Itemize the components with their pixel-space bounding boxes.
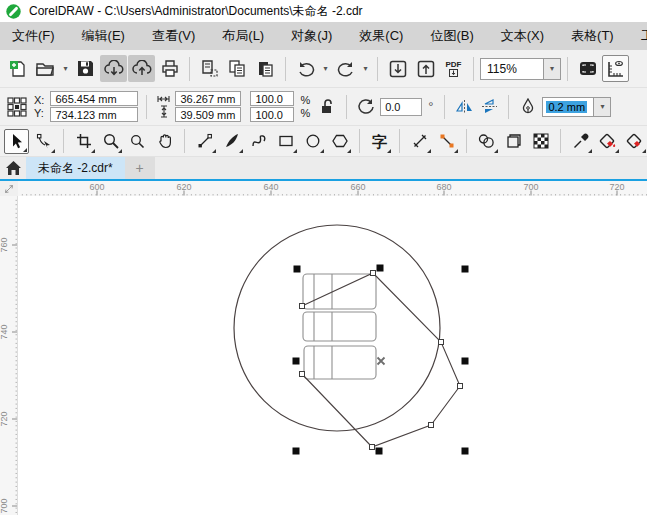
export-icon [417, 60, 435, 78]
export-button[interactable] [412, 55, 439, 82]
lock-ratio-button[interactable] [316, 96, 338, 118]
undo-dropdown-arrow[interactable]: ▾ [320, 55, 331, 82]
interactive-fill-tool[interactable] [595, 129, 620, 154]
hand-icon [157, 133, 173, 149]
redo-icon [337, 61, 355, 77]
document-tab-active[interactable]: 未命名 -2.cdr* [26, 157, 125, 179]
shape-tool[interactable] [31, 129, 56, 154]
cloud-download-icon [104, 60, 124, 77]
scale-x-field[interactable]: 100.0 [250, 91, 294, 106]
open-from-cloud-button[interactable] [100, 55, 127, 82]
menu-item-2[interactable]: 编辑(E) [82, 27, 125, 45]
zoom-tool[interactable] [98, 129, 123, 154]
undo-button[interactable] [292, 55, 319, 82]
copy-icon [229, 60, 246, 77]
color-eyedropper-tool[interactable] [568, 129, 593, 154]
home-icon [6, 161, 21, 175]
rotation-angle-field[interactable]: 0.0 [380, 98, 422, 116]
scale-x-percent-label: % [300, 94, 310, 106]
svg-text:740: 740 [0, 324, 9, 339]
mirror-vertical-icon [481, 99, 498, 114]
outline-width-dropdown-arrow[interactable]: ▾ [594, 97, 611, 117]
toolbox-separator [63, 129, 64, 153]
redo-button[interactable] [332, 55, 359, 82]
new-document-icon [9, 60, 27, 78]
menu-item-4[interactable]: 布局(L) [222, 27, 264, 45]
shape-node-icon [36, 133, 52, 149]
menu-item-10[interactable]: 工具(O) [641, 27, 647, 45]
contour-tool[interactable] [501, 129, 526, 154]
horizontal-ruler[interactable]: 600620640660680700720 [18, 181, 647, 196]
menu-item-5[interactable]: 对象(J) [291, 27, 332, 45]
dimension-tool[interactable] [407, 129, 432, 154]
zoom-out-tool[interactable] [125, 129, 150, 154]
connector-tool[interactable] [434, 129, 459, 154]
outline-width-pen-icon-wrap [517, 96, 539, 118]
transparency-tool[interactable] [528, 129, 553, 154]
object-width-icon [157, 95, 170, 103]
smart-fill-tool[interactable] [622, 129, 647, 154]
drop-shadow-tool[interactable] [474, 129, 499, 154]
save-button[interactable] [72, 55, 99, 82]
home-button[interactable] [0, 157, 26, 179]
publish-pdf-button[interactable]: PDF [440, 55, 467, 82]
save-to-cloud-button[interactable] [128, 55, 155, 82]
pick-tool[interactable] [4, 129, 29, 154]
redo-dropdown-arrow[interactable]: ▾ [360, 55, 371, 82]
paste-icon [257, 60, 274, 77]
svg-text:700: 700 [0, 498, 9, 513]
full-screen-preview-button[interactable] [574, 55, 601, 82]
cut-button[interactable] [196, 55, 223, 82]
zoom-level-value[interactable]: 115% [480, 58, 544, 80]
open-button[interactable] [32, 55, 59, 82]
drawing-canvas[interactable] [18, 196, 647, 515]
ellipse-tool[interactable] [300, 129, 325, 154]
new-document-button[interactable] [4, 55, 31, 82]
print-icon [161, 60, 179, 77]
scale-y-percent-label: % [300, 107, 310, 119]
scale-y-field[interactable]: 100.0 [250, 107, 294, 122]
copy-button[interactable] [224, 55, 251, 82]
vertical-ruler[interactable]: 760740720700 [0, 196, 18, 515]
rectangle-tool[interactable] [273, 129, 298, 154]
propbar-separator [444, 95, 445, 119]
object-width-field[interactable]: 36.267 mm [175, 91, 241, 106]
menu-item-8[interactable]: 文本(X) [501, 27, 544, 45]
open-dropdown-arrow[interactable]: ▾ [60, 55, 71, 82]
outline-width-field[interactable]: 0.2 mm [542, 97, 594, 117]
menu-item-1[interactable]: 文件(F) [12, 27, 55, 45]
mirror-vertical-button[interactable] [478, 96, 500, 118]
text-tool-icon: 字 [372, 134, 387, 149]
new-tab-button[interactable]: + [125, 157, 155, 179]
crop-tool[interactable] [71, 129, 96, 154]
pen-tool[interactable] [246, 129, 271, 154]
y-position-field[interactable]: 734.123 mm [50, 107, 138, 122]
menu-item-9[interactable]: 表格(T) [571, 27, 614, 45]
menu-item-7[interactable]: 位图(B) [430, 27, 473, 45]
menu-item-3[interactable]: 查看(V) [152, 27, 195, 45]
object-height-field[interactable]: 39.509 mm [175, 107, 241, 122]
pan-tool[interactable] [152, 129, 177, 154]
print-button[interactable] [156, 55, 183, 82]
svg-text:620: 620 [176, 182, 191, 192]
x-position-field[interactable]: 665.454 mm [50, 91, 138, 106]
object-position-icon [6, 96, 28, 118]
artistic-media-tool[interactable] [219, 129, 244, 154]
outline-width-value: 0.2 mm [546, 101, 587, 113]
ruler-origin-corner[interactable] [0, 181, 18, 196]
polygon-tool[interactable] [327, 129, 352, 154]
standard-toolbar: ▾ [0, 50, 647, 88]
text-tool[interactable]: 字 [367, 129, 392, 154]
pdf-box-icon [449, 69, 458, 77]
zoom-level-dropdown-arrow[interactable]: ▾ [544, 58, 561, 80]
import-button[interactable] [384, 55, 411, 82]
paste-button[interactable] [252, 55, 279, 82]
rectangle-icon [278, 133, 294, 149]
magnifier-small-icon [130, 134, 145, 149]
show-rulers-toggle[interactable] [602, 55, 629, 82]
svg-text:700: 700 [523, 182, 538, 192]
menu-item-6[interactable]: 效果(C) [359, 27, 403, 45]
mirror-horizontal-button[interactable] [453, 96, 475, 118]
freehand-tool[interactable] [192, 129, 217, 154]
undo-icon [297, 61, 315, 77]
